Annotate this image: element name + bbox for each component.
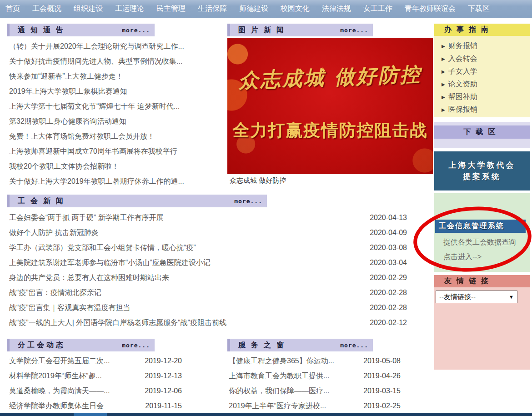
photo-news-title: 图片新闻	[238, 25, 289, 35]
union-news-title: 工会新闻	[18, 196, 69, 206]
news-link[interactable]: 上海市教育工会为教职工提供...	[229, 368, 355, 383]
table-row: 学工办（武装部）党支部和工会小组贺卡传情，暖心抗“疫” 2020-03-08	[9, 240, 407, 255]
friend-links-title: 友情链接	[444, 276, 493, 286]
guide-item-paper-funding[interactable]: ▶ 论文资助	[442, 78, 530, 90]
list-item[interactable]: 免费！上大体育场馆免费对教职工会员开放！	[9, 129, 221, 144]
branch-union-more-link[interactable]: more...	[122, 342, 150, 349]
nav-item-democratic-management[interactable]: 民主管理	[156, 4, 186, 14]
news-date: 2019-12-20	[136, 353, 182, 368]
news-date: 2019-02-25	[355, 398, 401, 413]
triangle-bullet-icon: ▶	[442, 56, 445, 61]
triangle-bullet-icon: ▶	[442, 95, 445, 100]
photo-news-caption[interactable]: 众志成城 做好防控	[230, 176, 286, 185]
nav-item-campus-culture[interactable]: 校园文化	[281, 4, 310, 14]
union-info-system-link[interactable]: 工会信息管理系统	[435, 220, 526, 233]
union-info-system-desc: 提供各类工会数据查询 点击进入-->	[443, 235, 516, 264]
news-link[interactable]: 上美院建筑系谢建军老师参与临汾市“小汤山”应急医院建设小记	[9, 255, 357, 270]
nav-item-labor-theory[interactable]: 工运理论	[115, 4, 144, 14]
table-row: 战“疫”留言：疫情湖北探亲记 2020-02-28	[9, 285, 407, 300]
news-link[interactable]: 你的权益，我们保障——医疗...	[229, 383, 355, 398]
table-row: 战“疫”一线的上大人| 外国语学院白岸杨老师志愿服务“战"疫阻击前线 2020-…	[9, 315, 407, 330]
friend-links-header: 友情链接	[434, 275, 530, 287]
nav-item-union-overview[interactable]: 工会概况	[32, 4, 61, 14]
photo-news-more-link[interactable]: more...	[340, 27, 368, 34]
news-link[interactable]: 材料学院2019年“师生杯”趣...	[9, 368, 136, 383]
union-news-section-header: 工会新闻 more...	[7, 195, 267, 207]
triangle-bullet-icon: ▶	[442, 69, 445, 74]
news-date: 2020-03-08	[357, 240, 407, 255]
list-item[interactable]: 第32期教职工身心健康咨询活动通知	[9, 114, 221, 129]
list-item[interactable]: 关于做好上海大学2019年教职工暑期疗休养工作的通...	[9, 174, 221, 189]
news-date: 2020-02-12	[357, 315, 407, 330]
news-link[interactable]: 战“疫”留言集｜客观真实有温度有担当	[9, 300, 357, 315]
service-guide-box: 办事指南 ▶ 财务报销 ▶ 入会转会 ▶ 子女入学 ▶ 论文资助 ▶ 帮困补助 …	[434, 24, 530, 117]
news-date: 2020-02-28	[357, 285, 407, 300]
guide-item-medical-reimburse[interactable]: ▶ 医保报销	[442, 103, 530, 116]
news-date: 2020-04-13	[357, 210, 407, 225]
list-item[interactable]: 2019年上海大学教职工象棋比赛通知	[9, 84, 221, 99]
branch-union-list: 文学院分工会召开第五届二次... 2019-12-20 材料学院2019年“师生…	[9, 353, 182, 413]
friend-links-select[interactable]: --友情链接-- ▼	[436, 291, 517, 303]
union-info-system-enter-link[interactable]: 点击进入-->	[443, 250, 516, 264]
guide-item-membership[interactable]: ▶ 入会转会	[442, 52, 530, 65]
download-zone-header[interactable]: 下载区	[434, 125, 530, 139]
nav-item-organization[interactable]: 组织建设	[74, 4, 103, 14]
news-link[interactable]: 经济学院举办教师集体生日会	[9, 398, 136, 413]
guide-item-hardship-subsidy[interactable]: ▶ 帮困补助	[442, 90, 530, 103]
notices-more-link[interactable]: more...	[122, 27, 150, 34]
photo-news-banner[interactable]: 众志成城 做好防控 全力打赢疫情防控阻击战	[227, 38, 433, 174]
branch-union-section-header: 分工会动态 more...	[7, 339, 155, 351]
download-zone-title: 下载区	[464, 127, 501, 137]
list-item[interactable]: 快来参加“迎新春”上大教工健步走！	[9, 69, 221, 84]
union-news-more-link[interactable]: more...	[234, 198, 262, 205]
footer-bar	[0, 413, 532, 416]
news-link[interactable]: 战“疫”一线的上大人| 外国语学院白岸杨老师志愿服务“战"疫阻击前线	[9, 315, 357, 330]
news-date: 2019-11-15	[136, 398, 182, 413]
banner-slogan-line2: 全力打赢疫情防控阻击战	[227, 119, 433, 142]
list-item[interactable]: （转）关于开展2020年工会理论研究与调查研究工作...	[9, 39, 221, 54]
friend-links-box: 友情链接 --友情链接-- ▼	[434, 275, 530, 370]
table-row: 做好个人防护 抗击新冠肺炎 2020-04-09	[9, 225, 407, 240]
nav-item-teacher-ethics[interactable]: 师德建设	[239, 4, 268, 14]
dropdown-arrow-icon: ▼	[509, 294, 514, 300]
notices-title: 通知通告	[18, 25, 69, 35]
nav-item-downloads[interactable]: 下载区	[468, 4, 490, 14]
news-link[interactable]: 身边的共产党员：总要有人在这种困难时期站出来	[9, 270, 357, 285]
notices-list: （转）关于开展2020年工会理论研究与调查研究工作... 关于做好抗击疫情期间先…	[9, 39, 221, 189]
service-guide-list: ▶ 财务报销 ▶ 入会转会 ▶ 子女入学 ▶ 论文资助 ▶ 帮困补助 ▶ 医保报…	[434, 36, 530, 116]
news-link[interactable]: 做好个人防护 抗击新冠肺炎	[9, 225, 357, 240]
table-row: 经济学院举办教师集体生日会 2019-11-15	[9, 398, 182, 413]
news-date: 2019-03-15	[355, 383, 401, 398]
union-news-list: 工会妇委会“两手抓 两手硬” 新学期工作有序开展 2020-04-13 做好个人…	[9, 210, 407, 330]
news-link[interactable]: 战“疫”留言：疫情湖北探亲记	[9, 285, 357, 300]
union-info-system-box: 工会信息管理系统 提供各类工会数据查询 点击进入-->	[434, 193, 530, 272]
list-item[interactable]: 上海教师喜迎新中国成立70周年书画展将在我校举行	[9, 144, 221, 159]
table-row: 【健康工程之健身365】你运动... 2019-05-08	[229, 353, 401, 368]
notices-section-header: 通知通告 more...	[7, 24, 155, 36]
news-link[interactable]: 学工办（武装部）党支部和工会小组贺卡传情，暖心抗“疫”	[9, 240, 357, 255]
nav-item-laws[interactable]: 法律法规	[322, 4, 351, 14]
nav-item-life-security[interactable]: 生活保障	[198, 4, 227, 14]
service-window-list: 【健康工程之健身365】你运动... 2019-05-08 上海市教育工会为教职…	[229, 353, 401, 413]
nav-item-home[interactable]: 首页	[5, 4, 20, 14]
list-item[interactable]: 关于做好抗击疫情期间先进人物、典型事例情况收集...	[9, 54, 221, 69]
service-window-more-link[interactable]: more...	[340, 342, 368, 349]
news-link[interactable]: 文学院分工会召开第五届二次...	[9, 353, 136, 368]
table-row: 莫道桑榆晚，为霞尚满天——... 2019-12-06	[9, 383, 182, 398]
service-guide-title: 办事指南	[444, 25, 493, 35]
guide-item-children-school[interactable]: ▶ 子女入学	[442, 65, 530, 78]
news-link[interactable]: 2019年上半年“医疗专家进校...	[229, 398, 355, 413]
nav-item-women-work[interactable]: 女工工作	[363, 4, 392, 14]
news-link[interactable]: 莫道桑榆晚，为霞尚满天——...	[9, 383, 136, 398]
service-window-title: 服务之窗	[238, 341, 289, 350]
proposal-system-line1: 上海大学教代会	[449, 160, 516, 171]
list-item[interactable]: 我校20个教职工文体协会招新啦！	[9, 159, 221, 174]
news-link[interactable]: 【健康工程之健身365】你运动...	[229, 353, 355, 368]
news-date: 2019-04-26	[355, 368, 401, 383]
table-row: 上美院建筑系谢建军老师参与临汾市“小汤山”应急医院建设小记 2020-03-04	[9, 255, 407, 270]
news-link[interactable]: 工会妇委会“两手抓 两手硬” 新学期工作有序开展	[9, 210, 357, 225]
guide-item-finance[interactable]: ▶ 财务报销	[442, 40, 530, 52]
list-item[interactable]: 上海大学第十七届菊文化节“辉煌七十年 追梦新时代...	[9, 99, 221, 114]
proposal-system-banner[interactable]: 上海大学教代会 提案系统	[434, 151, 530, 190]
nav-item-young-teachers[interactable]: 青年教师联谊会	[405, 4, 456, 14]
